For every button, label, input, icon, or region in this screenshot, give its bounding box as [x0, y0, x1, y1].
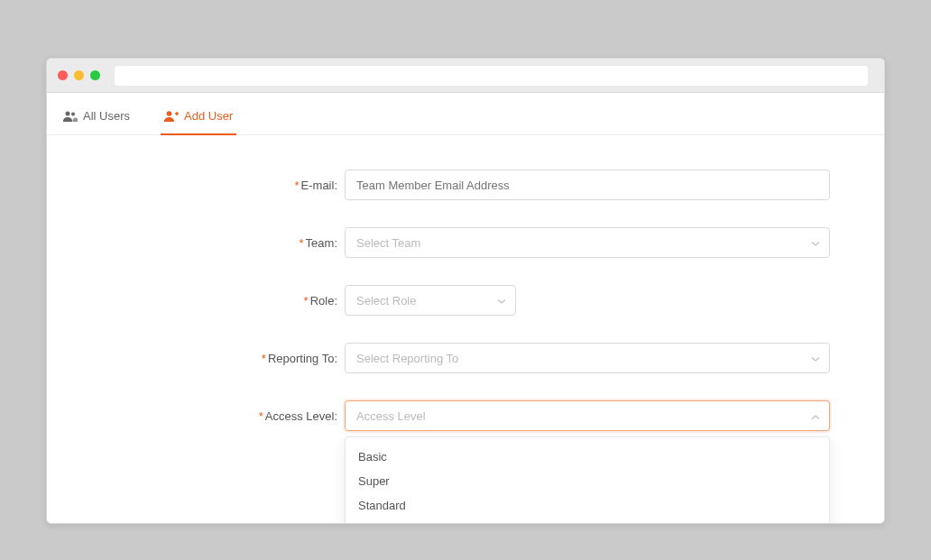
- url-bar[interactable]: [115, 66, 868, 86]
- team-row: *Team: Select Team: [101, 227, 830, 258]
- option-basic[interactable]: Basic: [346, 445, 829, 469]
- reporting-to-label: *Reporting To:: [101, 352, 345, 365]
- team-label: *Team:: [101, 236, 345, 250]
- reporting-to-row: *Reporting To: Select Reporting To: [101, 343, 830, 373]
- chevron-down-icon: [497, 294, 506, 308]
- role-select[interactable]: Select Role: [345, 285, 516, 316]
- browser-chrome: [47, 59, 884, 93]
- access-level-label: *Access Level:: [101, 409, 345, 423]
- minimize-window-icon[interactable]: [74, 70, 84, 80]
- reporting-to-select[interactable]: Select Reporting To: [345, 343, 830, 373]
- email-field[interactable]: [345, 170, 830, 200]
- required-marker: *: [304, 294, 309, 308]
- required-marker: *: [294, 179, 299, 192]
- traffic-lights: [58, 70, 100, 80]
- access-level-dropdown: Basic Super Standard Limited: [345, 436, 830, 524]
- option-limited[interactable]: Limited: [346, 518, 829, 524]
- tab-add-user-label: Add User: [184, 109, 233, 123]
- svg-point-2: [167, 111, 172, 116]
- access-level-select[interactable]: Access Level: [345, 400, 830, 431]
- tab-add-user[interactable]: Add User: [161, 109, 236, 135]
- team-select[interactable]: Select Team: [345, 227, 830, 258]
- chevron-down-icon: [811, 236, 820, 250]
- email-label: *E-mail:: [101, 179, 345, 192]
- svg-point-1: [71, 113, 75, 116]
- browser-window: All Users Add User *E-mail: *Tea: [46, 58, 885, 524]
- email-row: *E-mail:: [101, 170, 830, 200]
- maximize-window-icon[interactable]: [90, 70, 100, 80]
- tab-all-users-label: All Users: [83, 109, 130, 123]
- close-window-icon[interactable]: [58, 70, 68, 80]
- chevron-up-icon: [811, 409, 820, 423]
- app-content: All Users Add User *E-mail: *Tea: [47, 93, 884, 523]
- svg-point-0: [66, 112, 70, 116]
- option-super[interactable]: Super: [346, 469, 829, 493]
- add-user-icon: [164, 110, 179, 122]
- add-user-form: *E-mail: *Team: Select Team: [47, 135, 884, 494]
- option-standard[interactable]: Standard: [346, 493, 829, 518]
- team-placeholder: Select Team: [356, 236, 420, 250]
- access-level-placeholder: Access Level: [356, 409, 426, 423]
- reporting-to-placeholder: Select Reporting To: [356, 352, 458, 365]
- tabs-bar: All Users Add User: [47, 93, 884, 135]
- chevron-down-icon: [811, 352, 820, 365]
- access-level-row: *Access Level: Access Level Basic Super …: [101, 400, 830, 431]
- required-marker: *: [300, 236, 304, 250]
- tab-all-users[interactable]: All Users: [60, 109, 134, 135]
- role-row: *Role: Select Role: [101, 285, 830, 316]
- required-marker: *: [262, 352, 266, 365]
- required-marker: *: [259, 409, 263, 423]
- role-label: *Role:: [101, 294, 345, 308]
- role-placeholder: Select Role: [356, 294, 416, 308]
- users-icon: [63, 110, 78, 122]
